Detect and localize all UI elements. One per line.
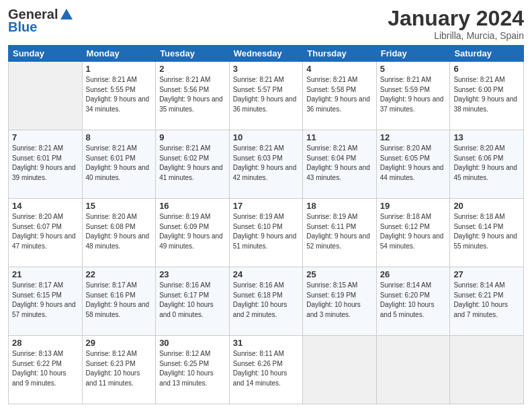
day-info: Sunrise: 8:20 AMSunset: 6:05 PMDaylight:…	[380, 144, 447, 183]
day-info: Sunrise: 8:21 AMSunset: 5:57 PMDaylight:…	[233, 75, 300, 114]
col-monday: Monday	[82, 46, 156, 62]
day-number: 10	[233, 132, 300, 142]
month-title: January 2024	[388, 7, 524, 30]
table-row: 16Sunrise: 8:19 AMSunset: 6:09 PMDayligh…	[156, 199, 230, 267]
table-row: 10Sunrise: 8:21 AMSunset: 6:03 PMDayligh…	[229, 130, 303, 199]
day-info: Sunrise: 8:19 AMSunset: 6:11 PMDaylight:…	[306, 212, 373, 251]
table-row: 5Sunrise: 8:21 AMSunset: 5:59 PMDaylight…	[376, 62, 450, 130]
table-row: 24Sunrise: 8:16 AMSunset: 6:18 PMDayligh…	[229, 267, 303, 336]
table-row: 23Sunrise: 8:16 AMSunset: 6:17 PMDayligh…	[156, 267, 230, 336]
day-info: Sunrise: 8:11 AMSunset: 6:26 PMDaylight:…	[233, 349, 300, 388]
day-info: Sunrise: 8:18 AMSunset: 6:14 PMDaylight:…	[453, 212, 520, 251]
calendar-week-row: 28Sunrise: 8:13 AMSunset: 6:22 PMDayligh…	[9, 336, 524, 404]
col-sunday: Sunday	[9, 46, 83, 62]
logo-icon	[59, 7, 74, 22]
table-row: 9Sunrise: 8:21 AMSunset: 6:02 PMDaylight…	[156, 130, 230, 199]
day-number: 28	[12, 338, 79, 348]
day-number: 3	[233, 64, 300, 74]
day-info: Sunrise: 8:14 AMSunset: 6:20 PMDaylight:…	[380, 281, 447, 320]
svg-marker-0	[60, 9, 73, 19]
day-info: Sunrise: 8:21 AMSunset: 6:00 PMDaylight:…	[453, 75, 520, 114]
day-number: 6	[453, 64, 520, 74]
day-number: 27	[453, 269, 520, 279]
table-row: 30Sunrise: 8:12 AMSunset: 6:25 PMDayligh…	[156, 336, 230, 404]
calendar-header-row: Sunday Monday Tuesday Wednesday Thursday…	[9, 46, 524, 62]
table-row: 13Sunrise: 8:20 AMSunset: 6:06 PMDayligh…	[450, 130, 524, 199]
day-number: 18	[306, 201, 373, 211]
day-number: 25	[306, 269, 373, 279]
calendar-week-row: 21Sunrise: 8:17 AMSunset: 6:15 PMDayligh…	[9, 267, 524, 336]
calendar-week-row: 14Sunrise: 8:20 AMSunset: 6:07 PMDayligh…	[9, 199, 524, 267]
day-info: Sunrise: 8:21 AMSunset: 6:01 PMDaylight:…	[12, 144, 79, 183]
day-number: 14	[12, 201, 79, 211]
table-row: 27Sunrise: 8:14 AMSunset: 6:21 PMDayligh…	[450, 267, 524, 336]
day-info: Sunrise: 8:18 AMSunset: 6:12 PMDaylight:…	[380, 212, 447, 251]
table-row: 3Sunrise: 8:21 AMSunset: 5:57 PMDaylight…	[229, 62, 303, 130]
table-row	[9, 62, 83, 130]
day-number: 1	[86, 64, 152, 74]
day-number: 29	[86, 338, 152, 348]
table-row: 29Sunrise: 8:12 AMSunset: 6:23 PMDayligh…	[82, 336, 156, 404]
day-info: Sunrise: 8:16 AMSunset: 6:17 PMDaylight:…	[159, 281, 226, 320]
day-info: Sunrise: 8:19 AMSunset: 6:10 PMDaylight:…	[233, 212, 300, 251]
title-block: January 2024 Librilla, Murcia, Spain	[388, 7, 524, 41]
day-info: Sunrise: 8:12 AMSunset: 6:23 PMDaylight:…	[86, 349, 152, 388]
day-number: 31	[233, 338, 300, 348]
col-friday: Friday	[376, 46, 450, 62]
table-row	[376, 336, 450, 404]
table-row: 14Sunrise: 8:20 AMSunset: 6:07 PMDayligh…	[9, 199, 83, 267]
table-row: 1Sunrise: 8:21 AMSunset: 5:55 PMDaylight…	[82, 62, 156, 130]
calendar-table: Sunday Monday Tuesday Wednesday Thursday…	[8, 45, 524, 404]
day-number: 17	[233, 201, 300, 211]
day-info: Sunrise: 8:20 AMSunset: 6:08 PMDaylight:…	[86, 212, 152, 251]
day-number: 15	[86, 201, 152, 211]
day-info: Sunrise: 8:21 AMSunset: 5:59 PMDaylight:…	[380, 75, 447, 114]
day-number: 13	[453, 132, 520, 142]
day-info: Sunrise: 8:21 AMSunset: 6:03 PMDaylight:…	[233, 144, 300, 183]
location: Librilla, Murcia, Spain	[388, 30, 524, 41]
col-saturday: Saturday	[450, 46, 524, 62]
page-container: General Blue January 2024 Librilla, Murc…	[0, 0, 532, 411]
day-info: Sunrise: 8:17 AMSunset: 6:15 PMDaylight:…	[12, 281, 79, 320]
logo: General Blue	[8, 7, 74, 35]
day-number: 30	[159, 338, 226, 348]
table-row: 6Sunrise: 8:21 AMSunset: 6:00 PMDaylight…	[450, 62, 524, 130]
col-tuesday: Tuesday	[156, 46, 230, 62]
day-info: Sunrise: 8:21 AMSunset: 6:01 PMDaylight:…	[86, 144, 152, 183]
day-info: Sunrise: 8:20 AMSunset: 6:07 PMDaylight:…	[12, 212, 79, 251]
table-row: 8Sunrise: 8:21 AMSunset: 6:01 PMDaylight…	[82, 130, 156, 199]
table-row: 7Sunrise: 8:21 AMSunset: 6:01 PMDaylight…	[9, 130, 83, 199]
table-row: 17Sunrise: 8:19 AMSunset: 6:10 PMDayligh…	[229, 199, 303, 267]
day-number: 22	[86, 269, 152, 279]
day-number: 4	[306, 64, 373, 74]
day-number: 16	[159, 201, 226, 211]
day-number: 23	[159, 269, 226, 279]
table-row: 20Sunrise: 8:18 AMSunset: 6:14 PMDayligh…	[450, 199, 524, 267]
table-row: 21Sunrise: 8:17 AMSunset: 6:15 PMDayligh…	[9, 267, 83, 336]
table-row: 31Sunrise: 8:11 AMSunset: 6:26 PMDayligh…	[229, 336, 303, 404]
day-number: 19	[380, 201, 447, 211]
table-row: 12Sunrise: 8:20 AMSunset: 6:05 PMDayligh…	[376, 130, 450, 199]
table-row: 18Sunrise: 8:19 AMSunset: 6:11 PMDayligh…	[303, 199, 377, 267]
table-row: 15Sunrise: 8:20 AMSunset: 6:08 PMDayligh…	[82, 199, 156, 267]
day-info: Sunrise: 8:20 AMSunset: 6:06 PMDaylight:…	[453, 144, 520, 183]
calendar-week-row: 7Sunrise: 8:21 AMSunset: 6:01 PMDaylight…	[9, 130, 524, 199]
table-row: 25Sunrise: 8:15 AMSunset: 6:19 PMDayligh…	[303, 267, 377, 336]
day-number: 9	[159, 132, 226, 142]
day-number: 11	[306, 132, 373, 142]
day-number: 12	[380, 132, 447, 142]
day-info: Sunrise: 8:21 AMSunset: 6:04 PMDaylight:…	[306, 144, 373, 183]
table-row	[303, 336, 377, 404]
day-info: Sunrise: 8:19 AMSunset: 6:09 PMDaylight:…	[159, 212, 226, 251]
day-info: Sunrise: 8:21 AMSunset: 6:02 PMDaylight:…	[159, 144, 226, 183]
day-number: 2	[159, 64, 226, 74]
table-row	[450, 336, 524, 404]
col-wednesday: Wednesday	[229, 46, 303, 62]
day-info: Sunrise: 8:12 AMSunset: 6:25 PMDaylight:…	[159, 349, 226, 388]
day-info: Sunrise: 8:21 AMSunset: 5:56 PMDaylight:…	[159, 75, 226, 114]
col-thursday: Thursday	[303, 46, 377, 62]
day-info: Sunrise: 8:14 AMSunset: 6:21 PMDaylight:…	[453, 281, 520, 320]
table-row: 22Sunrise: 8:17 AMSunset: 6:16 PMDayligh…	[82, 267, 156, 336]
day-number: 26	[380, 269, 447, 279]
day-info: Sunrise: 8:21 AMSunset: 5:55 PMDaylight:…	[86, 75, 152, 114]
